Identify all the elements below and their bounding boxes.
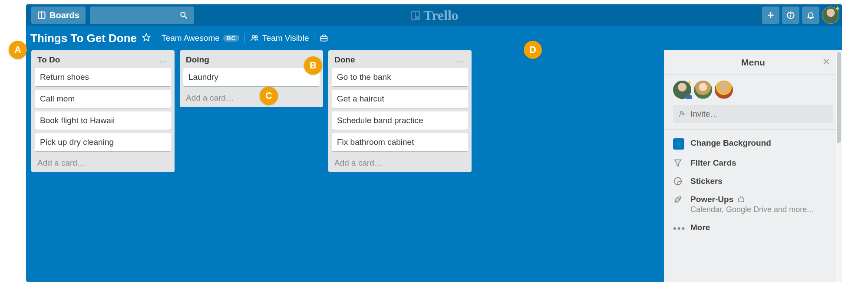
annotation-b: B <box>304 56 322 75</box>
sticker-icon <box>673 176 683 186</box>
search-input[interactable] <box>90 7 194 24</box>
board-header: Things To Get Done Team Awesome BC Team … <box>26 26 842 50</box>
card[interactable]: Pick up dry cleaning <box>35 133 171 151</box>
card[interactable]: Get a haircut <box>332 90 468 108</box>
menu-item-subtitle: Calendar, Google Drive and more... <box>690 205 813 214</box>
add-person-icon <box>678 110 686 118</box>
list-title[interactable]: Doing <box>186 55 209 65</box>
list: Doing…LaundryAdd a card… <box>180 50 323 107</box>
logo-icon <box>409 10 421 21</box>
separator <box>156 33 156 43</box>
plus-icon <box>766 11 775 20</box>
svg-marker-12 <box>143 34 150 41</box>
menu-power-ups[interactable]: Power-Ups Calendar, Google Drive and mor… <box>673 190 833 219</box>
briefcase-icon <box>320 34 328 42</box>
annotation-a: A <box>9 41 27 59</box>
list-title[interactable]: Done <box>334 55 355 65</box>
svg-point-2 <box>181 12 185 16</box>
annotation-c: C <box>260 87 278 105</box>
notifications-button[interactable] <box>802 7 819 24</box>
list-menu-button[interactable]: … <box>159 55 168 65</box>
list-header: Done… <box>332 55 468 68</box>
menu-filter-cards[interactable]: Filter Cards <box>673 154 833 172</box>
list-header: To Do… <box>35 55 171 68</box>
member-avatar[interactable] <box>673 81 691 99</box>
list: Done…Go to the bankGet a haircutSchedule… <box>328 50 472 172</box>
member-list <box>673 81 833 99</box>
card[interactable]: Fix bathroom cabinet <box>332 133 468 151</box>
team-label: Team Awesome <box>162 33 220 43</box>
svg-point-23 <box>678 198 679 199</box>
user-avatar[interactable] <box>822 7 839 24</box>
menu-members-section: Invite… <box>664 75 842 130</box>
board-briefcase-button[interactable] <box>320 34 332 42</box>
briefcase-icon <box>738 196 745 203</box>
svg-point-11 <box>790 13 791 14</box>
list-title[interactable]: To Do <box>37 55 60 65</box>
bell-icon <box>806 11 815 20</box>
card[interactable]: Laundry <box>183 68 320 86</box>
add-card-button[interactable]: Add a card… <box>183 90 320 104</box>
board-body: To Do…Return shoesCall momBook flight to… <box>26 50 842 282</box>
menu-item-label: Stickers <box>690 176 723 186</box>
member-avatar[interactable] <box>715 81 733 99</box>
card[interactable]: Call mom <box>35 90 171 108</box>
menu-item-label: Power-Ups <box>690 195 733 204</box>
board-title[interactable]: Things To Get Done <box>30 32 137 45</box>
card[interactable]: Go to the bank <box>332 68 468 86</box>
separator <box>314 33 314 43</box>
menu-change-background[interactable]: Change Background <box>673 134 833 154</box>
list-menu-button[interactable]: … <box>456 55 465 65</box>
boards-icon <box>37 11 46 20</box>
visibility-button[interactable]: Team Visible <box>250 33 309 43</box>
boards-label: Boards <box>50 10 79 20</box>
star-icon <box>142 33 151 42</box>
svg-rect-6 <box>416 12 419 16</box>
menu-header: Menu <box>664 50 842 75</box>
menu-more[interactable]: ••• More <box>673 219 833 238</box>
menu-close-button[interactable] <box>822 56 831 69</box>
app-logo[interactable]: Trello <box>409 7 459 23</box>
global-topbar: Boards Trello <box>26 4 842 26</box>
svg-point-13 <box>252 36 255 38</box>
card[interactable]: Book flight to Hawaii <box>35 111 171 130</box>
ellipsis-icon: ••• <box>673 223 686 234</box>
card[interactable]: Schedule band practice <box>332 111 468 130</box>
rocket-icon <box>673 195 683 204</box>
visibility-label: Team Visible <box>262 33 309 43</box>
star-board-button[interactable] <box>142 33 151 43</box>
background-swatch-icon <box>673 138 684 150</box>
lists-container: To Do…Return shoesCall momBook flight to… <box>26 50 477 282</box>
invite-button[interactable]: Invite… <box>673 105 833 123</box>
svg-rect-5 <box>412 12 415 18</box>
separator <box>244 33 245 43</box>
board-menu-panel: Menu Invite… <box>664 50 842 282</box>
annotation-d: D <box>524 41 542 59</box>
menu-item-label: More <box>690 223 710 232</box>
close-icon <box>822 57 831 66</box>
add-card-button[interactable]: Add a card… <box>35 155 171 169</box>
people-icon <box>250 34 259 42</box>
team-badge: BC <box>223 35 239 42</box>
add-card-button[interactable]: Add a card… <box>332 155 468 169</box>
team-link[interactable]: Team Awesome BC <box>162 33 239 43</box>
app-window: Boards Trello <box>26 4 842 282</box>
member-avatar[interactable] <box>694 81 712 99</box>
filter-icon <box>673 158 683 168</box>
menu-scrollbar[interactable] <box>836 50 842 282</box>
svg-point-19 <box>680 111 683 114</box>
menu-options: Change Background Filter Cards Stickers … <box>664 130 842 243</box>
invite-label: Invite… <box>690 109 718 119</box>
menu-item-label: Filter Cards <box>690 158 736 168</box>
boards-button[interactable]: Boards <box>31 7 86 24</box>
svg-line-3 <box>185 16 187 19</box>
menu-stickers[interactable]: Stickers <box>673 172 833 190</box>
menu-title: Menu <box>741 57 765 68</box>
svg-rect-24 <box>739 198 744 202</box>
create-button[interactable] <box>762 7 779 24</box>
card[interactable]: Return shoes <box>35 68 171 86</box>
menu-item-label: Change Background <box>690 138 771 148</box>
svg-point-14 <box>255 36 257 38</box>
list-header: Doing… <box>183 55 320 68</box>
info-button[interactable] <box>782 7 799 24</box>
